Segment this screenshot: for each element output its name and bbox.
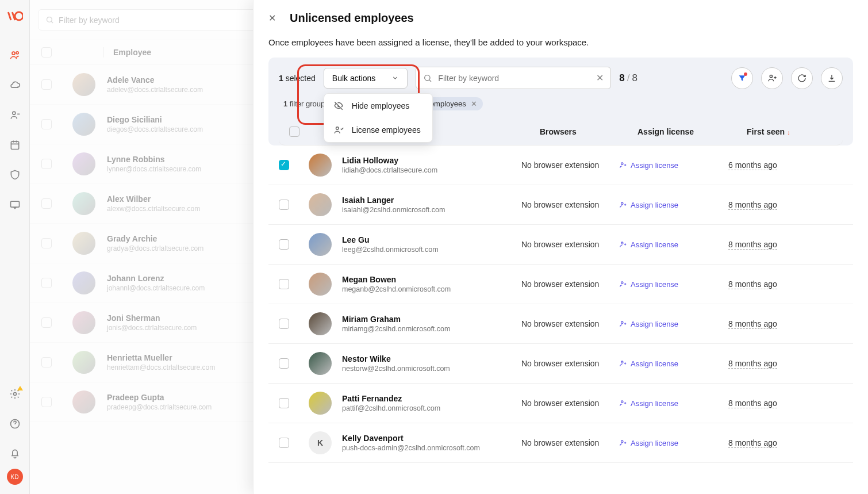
assign-license-link[interactable]: Assign license (619, 161, 728, 170)
svg-point-0 (12, 52, 15, 55)
filter-group-count: 1 filter group (283, 99, 325, 108)
nav-settings-icon[interactable] (8, 387, 22, 401)
browser-status: No browser extension (521, 319, 619, 328)
svg-point-2 (12, 112, 15, 114)
unlicensed-employees-panel: ✕ Unlicensed employees Once employees ha… (253, 0, 868, 494)
menu-item-label: Hide employees (352, 101, 409, 110)
assign-license-link[interactable]: Assign license (619, 439, 728, 447)
assign-license-link[interactable]: Assign license (619, 201, 728, 209)
user-plus-icon (619, 240, 627, 248)
nav-person-remove-icon[interactable] (8, 108, 22, 122)
select-all-checkbox[interactable] (289, 127, 299, 137)
table-row: Lidia Holloway lidiah@docs.ctrlaltsecure… (268, 145, 853, 185)
user-plus-icon (619, 320, 627, 328)
toolbar-card: 1 selected Bulk actions Hide employees (268, 58, 853, 145)
user-plus-icon (619, 399, 627, 407)
refresh-button[interactable] (791, 67, 813, 89)
svg-rect-3 (11, 141, 18, 149)
user-check-icon (333, 125, 344, 135)
employee-name: Lee Gu (342, 235, 521, 244)
row-checkbox[interactable] (279, 398, 289, 408)
row-checkbox[interactable] (279, 438, 289, 448)
menu-license-employees[interactable]: License employees (324, 118, 432, 142)
first-seen: 8 months ago (728, 359, 777, 369)
app-logo-icon (7, 8, 23, 24)
svg-point-13 (621, 242, 624, 244)
svg-point-15 (621, 321, 624, 324)
svg-point-10 (770, 75, 772, 78)
row-checkbox[interactable] (279, 239, 289, 250)
employee-name: Kelly Davenport (342, 434, 521, 443)
nav-help-icon[interactable] (8, 417, 22, 431)
table-row: Patti Fernandez pattif@2cslhd.onmicrosof… (268, 384, 853, 423)
svg-point-9 (425, 75, 430, 80)
add-user-button[interactable] (761, 67, 783, 89)
download-button[interactable] (821, 67, 843, 89)
filter-icon (738, 74, 747, 83)
browser-status: No browser extension (521, 200, 619, 209)
close-icon[interactable]: ✕ (268, 13, 276, 24)
nav-rail: KD (0, 0, 30, 494)
employee-email: lidiah@docs.ctrlaltsecure.com (342, 166, 521, 174)
svg-point-5 (13, 393, 16, 396)
employee-name: Patti Fernandez (342, 394, 521, 403)
svg-point-18 (621, 441, 624, 443)
nav-employees-icon[interactable] (8, 48, 22, 62)
first-seen: 8 months ago (728, 200, 777, 210)
bulk-actions-button[interactable]: Bulk actions (324, 68, 408, 89)
svg-point-12 (621, 202, 624, 205)
assign-license-link[interactable]: Assign license (619, 240, 728, 249)
panel-title: Unlicensed employees (290, 12, 414, 25)
table-row: Miriam Graham miriamg@2cslhd.onmicrosoft… (268, 304, 853, 344)
row-checkbox[interactable] (279, 358, 289, 369)
nav-cloud-icon[interactable] (8, 78, 22, 92)
nav-user-avatar[interactable]: KD (7, 469, 23, 485)
sort-desc-icon: ↓ (787, 129, 790, 136)
assign-license-link[interactable]: Assign license (619, 399, 728, 408)
menu-hide-employees[interactable]: Hide employees (324, 94, 432, 118)
col-first-seen[interactable]: First seen (747, 127, 785, 136)
assign-license-link[interactable]: Assign license (619, 359, 728, 368)
employee-name: Isaiah Langer (342, 196, 521, 205)
avatar (309, 392, 332, 415)
employee-name: Miriam Graham (342, 315, 521, 324)
nav-shield-icon[interactable] (8, 168, 22, 182)
avatar (309, 154, 332, 177)
row-checkbox[interactable] (279, 200, 289, 210)
assign-license-link[interactable]: Assign license (619, 280, 728, 289)
employee-email: leeg@2cslhd.onmicrosoft.com (342, 246, 521, 254)
avatar (309, 273, 332, 296)
row-checkbox[interactable] (279, 160, 289, 170)
employee-email: nestorw@2cslhd.onmicrosoft.com (342, 365, 521, 373)
user-plus-icon (619, 201, 627, 209)
user-plus-icon (767, 73, 777, 83)
nav-bell-icon[interactable] (8, 447, 22, 461)
employee-email: meganb@2cslhd.onmicrosoft.com (342, 285, 521, 293)
table-row: K Kelly Davenport push-docs-admin@2cslhd… (268, 423, 853, 463)
svg-rect-4 (10, 201, 19, 207)
table-row: Nestor Wilke nestorw@2cslhd.onmicrosoft.… (268, 344, 853, 384)
table-row: Megan Bowen meganb@2cslhd.onmicrosoft.co… (268, 265, 853, 304)
assign-license-link[interactable]: Assign license (619, 320, 728, 328)
panel-subtitle: Once employees have been assigned a lice… (254, 35, 868, 58)
avatar (309, 352, 332, 375)
nav-calendar-icon[interactable] (8, 138, 22, 152)
filter-button[interactable] (731, 67, 753, 89)
svg-point-16 (621, 361, 624, 363)
browser-status: No browser extension (521, 399, 619, 408)
nav-chat-icon[interactable] (8, 198, 22, 212)
row-checkbox[interactable] (279, 319, 289, 329)
row-checkbox[interactable] (279, 279, 289, 289)
col-license[interactable]: Assign license (637, 127, 694, 136)
panel-filter-field[interactable] (438, 74, 596, 83)
clear-icon[interactable]: ✕ (596, 72, 604, 83)
menu-item-label: License employees (352, 125, 421, 135)
panel-filter-input[interactable]: ✕ (416, 67, 611, 89)
remove-chip-icon[interactable]: ✕ (471, 99, 477, 108)
svg-point-14 (621, 282, 624, 284)
avatar (309, 233, 332, 256)
employee-email: pattif@2cslhd.onmicrosoft.com (342, 404, 521, 412)
result-count: 8/8 (619, 72, 637, 84)
first-seen: 8 months ago (728, 438, 777, 448)
col-browsers[interactable]: Browsers (540, 127, 577, 136)
